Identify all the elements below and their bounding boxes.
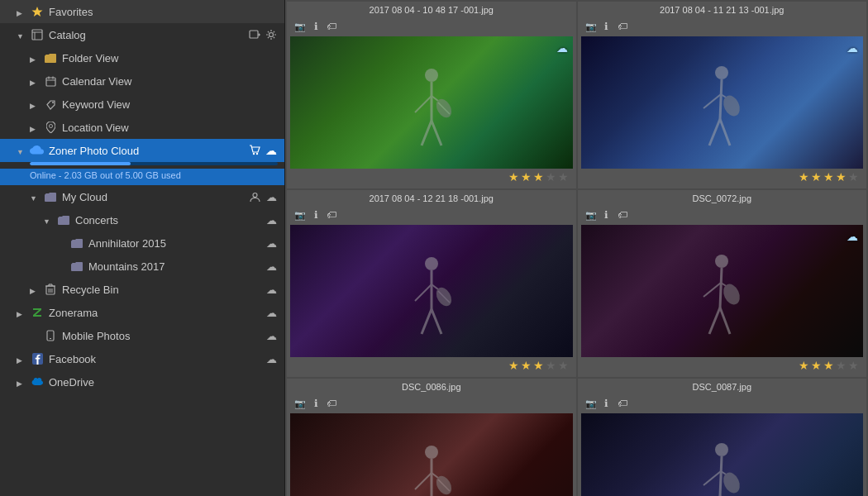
camera-icon[interactable]: 📷 <box>293 20 307 33</box>
tag-icon[interactable]: 🏷 <box>325 397 338 410</box>
sidebar-item-zonerama[interactable]: Zonerama ☁ <box>0 301 284 324</box>
photo-toolbar: 📷 ℹ 🏷 <box>581 207 864 223</box>
tag-icon[interactable]: 🏷 <box>616 208 629 222</box>
photo-cell[interactable]: 2017 08 04 - 12 21 18 -001.jpg 📷 ℹ 🏷 ★★★… <box>287 190 576 377</box>
star-filled[interactable]: ★ <box>521 170 532 184</box>
star-filled[interactable]: ★ <box>823 359 834 372</box>
camera-icon[interactable]: 📷 <box>293 208 307 222</box>
sidebar-item-zpc[interactable]: Zoner Photo Cloud ☁ <box>0 139 284 162</box>
my-cloud-person-icon[interactable] <box>248 190 261 203</box>
catalog-add-icon[interactable] <box>248 28 261 41</box>
folder-view-label: Folder View <box>62 52 278 64</box>
star-empty[interactable]: ★ <box>558 170 569 184</box>
star-empty[interactable]: ★ <box>546 170 556 184</box>
photo-filename: DSC_0072.jpg <box>581 193 864 203</box>
star-empty[interactable]: ★ <box>558 359 569 372</box>
camera-icon[interactable]: 📷 <box>584 208 598 222</box>
photo-toolbar-left: 📷 ℹ 🏷 <box>584 208 629 222</box>
catalog-icon <box>30 27 45 42</box>
zpc-cart-icon[interactable] <box>248 144 261 157</box>
sidebar-item-calendar-view[interactable]: Calendar View <box>0 69 284 93</box>
svg-line-47 <box>422 309 432 334</box>
onedrive-icon <box>30 374 45 389</box>
favorites-label: Favorites <box>49 6 278 18</box>
tag-icon[interactable]: 🏷 <box>325 208 338 222</box>
photo-toolbar-left: 📷 ℹ 🏷 <box>584 397 629 410</box>
photo-toolbar-left: 📷 ℹ 🏷 <box>293 397 338 410</box>
star-filled[interactable]: ★ <box>836 170 847 184</box>
my-cloud-cloud-icon[interactable]: ☁ <box>265 190 278 203</box>
stars-row[interactable]: ★★★★★ <box>581 357 864 374</box>
star-filled[interactable]: ★ <box>811 359 822 372</box>
star-filled[interactable]: ★ <box>799 359 809 372</box>
sidebar-item-my-cloud[interactable]: My Cloud ☁ <box>0 185 284 208</box>
star-filled[interactable]: ★ <box>533 359 544 372</box>
sidebar-item-onedrive[interactable]: OneDrive <box>0 370 284 393</box>
photo-cell[interactable]: DSC_0087.jpg 📷 ℹ 🏷 ★★★★★ <box>578 379 867 496</box>
star-filled[interactable]: ★ <box>521 359 532 372</box>
photo-cell[interactable]: 2017 08 04 - 10 48 17 -001.jpg 📷 ℹ 🏷 ☁★★… <box>287 2 576 188</box>
sidebar-item-location-view[interactable]: Location View <box>0 116 284 139</box>
photo-cell[interactable]: 2017 08 04 - 11 21 13 -001.jpg 📷 ℹ 🏷 ☁★★… <box>578 2 867 188</box>
stars-row[interactable]: ★★★★★ <box>290 169 573 185</box>
info-icon[interactable]: ℹ <box>600 208 613 222</box>
camera-icon[interactable]: 📷 <box>584 397 598 410</box>
annihilator-folder-icon <box>69 236 84 250</box>
info-icon[interactable]: ℹ <box>600 397 613 410</box>
svg-point-36 <box>715 66 728 79</box>
tag-icon[interactable]: 🏷 <box>325 20 338 33</box>
photo-image: ☁ <box>581 36 864 169</box>
sidebar-item-mountains[interactable]: Mountains 2017 ☁ <box>0 255 284 278</box>
star-empty[interactable]: ★ <box>848 170 859 184</box>
sidebar-item-facebook[interactable]: Facebook ☁ <box>0 347 284 370</box>
sidebar-item-folder-view[interactable]: Folder View <box>0 46 284 69</box>
sidebar-item-mobile-photos[interactable]: Mobile Photos ☁ <box>0 324 284 347</box>
star-empty[interactable]: ★ <box>546 359 556 372</box>
onedrive-arrow <box>17 376 28 388</box>
photo-cell[interactable]: DSC_0072.jpg 📷 ℹ 🏷 ☁★★★★★ <box>578 190 867 377</box>
stars-row[interactable]: ★★★★★ <box>581 169 864 185</box>
sidebar-item-favorites[interactable]: Favorites <box>0 0 284 23</box>
info-icon[interactable]: ℹ <box>309 20 322 33</box>
calendar-view-arrow <box>30 75 41 87</box>
tag-icon[interactable]: 🏷 <box>616 397 629 410</box>
sidebar-item-keyword-view[interactable]: Keyword View <box>0 93 284 116</box>
concerts-arrow <box>43 214 55 226</box>
info-icon[interactable]: ℹ <box>309 397 322 410</box>
concerts-folder-icon <box>56 212 71 227</box>
sidebar-item-catalog[interactable]: Catalog <box>0 23 284 46</box>
star-filled[interactable]: ★ <box>508 359 519 372</box>
svg-line-52 <box>720 268 722 308</box>
star-filled[interactable]: ★ <box>823 170 834 184</box>
svg-point-7 <box>269 33 274 37</box>
catalog-gear-icon[interactable] <box>265 28 278 41</box>
concerts-label: Concerts <box>75 214 265 227</box>
star-empty[interactable]: ★ <box>848 359 859 372</box>
sidebar-item-recycle-bin[interactable]: Recycle Bin ☁ <box>0 278 284 301</box>
svg-point-66 <box>715 443 728 456</box>
star-filled[interactable]: ★ <box>811 170 822 184</box>
annihilator-actions: ☁ <box>265 236 278 250</box>
star-filled[interactable]: ★ <box>799 170 809 184</box>
info-icon[interactable]: ℹ <box>600 20 613 33</box>
photo-image: ☁ <box>581 225 864 357</box>
camera-icon[interactable]: 📷 <box>293 397 307 410</box>
zpc-cloud-action-icon[interactable]: ☁ <box>265 144 278 157</box>
photo-cell[interactable]: DSC_0086.jpg 📷 ℹ 🏷 ★★★★★ <box>287 379 576 496</box>
sidebar-item-annihilator[interactable]: Annihilator 2015 ☁ <box>0 231 284 255</box>
phone-icon <box>43 328 58 343</box>
recycle-bin-icon <box>43 282 58 297</box>
svg-rect-4 <box>250 31 258 38</box>
sidebar-item-concerts[interactable]: Concerts ☁ <box>0 208 284 231</box>
info-icon[interactable]: ℹ <box>309 208 322 222</box>
zonerama-icon <box>30 305 45 320</box>
camera-icon[interactable]: 📷 <box>584 20 598 33</box>
star-filled[interactable]: ★ <box>508 170 519 184</box>
star-filled[interactable]: ★ <box>533 170 544 184</box>
svg-line-60 <box>415 473 432 489</box>
svg-marker-0 <box>32 7 43 17</box>
tag-icon[interactable]: 🏷 <box>616 20 629 33</box>
star-empty[interactable]: ★ <box>836 359 847 372</box>
stars-row[interactable]: ★★★★★ <box>290 357 573 374</box>
photo-toolbar: 📷 ℹ 🏷 <box>290 18 573 35</box>
